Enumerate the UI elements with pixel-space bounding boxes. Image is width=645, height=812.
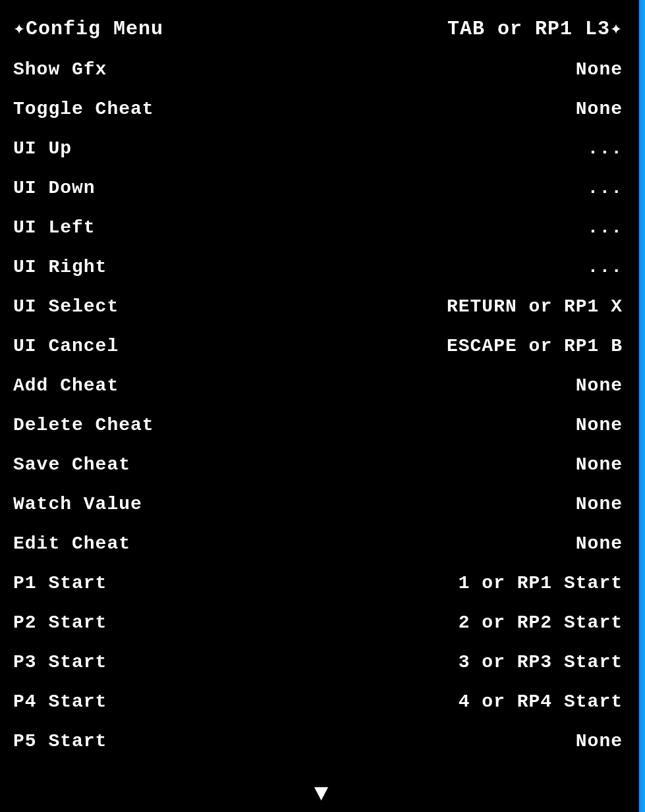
ui-up-label: UI Up [13, 138, 72, 159]
p3-start-label: P3 Start [13, 652, 107, 672]
config-menu-value: TAB or RP1 L3✦ [447, 16, 623, 40]
list-item[interactable]: UI Right ... [0, 247, 642, 286]
ui-down-label: UI Down [13, 178, 96, 198]
p1-start-label: P1 Start [13, 573, 107, 593]
delete-cheat-value: None [576, 415, 623, 435]
add-cheat-label: Add Cheat [13, 375, 119, 396]
ui-right-value: ... [588, 257, 623, 277]
toggle-cheat-value: None [576, 99, 623, 119]
p5-start-value: None [576, 731, 623, 751]
down-arrow-icon: ▼ [314, 780, 329, 807]
list-item[interactable]: UI Down ... [0, 168, 642, 207]
list-item[interactable]: Add Cheat None [0, 365, 642, 405]
p4-start-value: 4 or RP4 Start [459, 691, 623, 712]
list-item[interactable]: Edit Cheat None [0, 524, 642, 563]
screen: ✦Config Menu TAB or RP1 L3✦ Show Gfx Non… [0, 0, 645, 812]
p4-start-label: P4 Start [13, 691, 107, 712]
watch-value-value: None [576, 494, 623, 514]
ui-select-label: UI Select [13, 296, 119, 317]
ui-cancel-label: UI Cancel [13, 336, 119, 356]
list-item[interactable]: Save Cheat None [0, 445, 642, 484]
list-item[interactable]: Delete Cheat None [0, 405, 642, 445]
menu-container: ✦Config Menu TAB or RP1 L3✦ Show Gfx Non… [0, 0, 642, 767]
list-item[interactable]: P3 Start 3 or RP3 Start [0, 642, 642, 682]
ui-up-value: ... [588, 138, 623, 159]
list-item[interactable]: P4 Start 4 or RP4 Start [0, 682, 642, 721]
ui-down-value: ... [588, 178, 623, 198]
list-item[interactable]: UI Left ... [0, 207, 642, 247]
p5-start-label: P5 Start [13, 731, 107, 751]
p2-start-label: P2 Start [13, 612, 107, 633]
edit-cheat-value: None [576, 533, 623, 554]
right-border [639, 0, 642, 812]
watch-value-label: Watch Value [13, 494, 142, 514]
scroll-down-indicator: ▼ [0, 767, 642, 812]
toggle-cheat-label: Toggle Cheat [13, 99, 154, 119]
edit-cheat-label: Edit Cheat [13, 533, 130, 554]
delete-cheat-label: Delete Cheat [13, 415, 154, 435]
config-menu-label: ✦Config Menu [13, 16, 163, 40]
list-item[interactable]: UI Select RETURN or RP1 X [0, 286, 642, 326]
menu-header-row: ✦Config Menu TAB or RP1 L3✦ [0, 7, 642, 49]
save-cheat-value: None [576, 454, 623, 475]
list-item[interactable]: Toggle Cheat None [0, 89, 642, 128]
list-item[interactable]: P1 Start 1 or RP1 Start [0, 563, 642, 603]
p1-start-value: 1 or RP1 Start [459, 573, 623, 593]
add-cheat-value: None [576, 375, 623, 396]
show-gfx-label: Show Gfx [13, 59, 107, 80]
ui-left-label: UI Left [13, 217, 96, 238]
list-item[interactable]: Watch Value None [0, 484, 642, 524]
save-cheat-label: Save Cheat [13, 454, 130, 475]
list-item[interactable]: Show Gfx None [0, 49, 642, 89]
list-item[interactable]: UI Cancel ESCAPE or RP1 B [0, 326, 642, 365]
p3-start-value: 3 or RP3 Start [459, 652, 623, 672]
ui-select-value: RETURN or RP1 X [447, 296, 623, 317]
p2-start-value: 2 or RP2 Start [459, 612, 623, 633]
ui-cancel-value: ESCAPE or RP1 B [447, 336, 623, 356]
ui-right-label: UI Right [13, 257, 107, 277]
list-item[interactable]: P5 Start None [0, 721, 642, 761]
list-item[interactable]: P2 Start 2 or RP2 Start [0, 603, 642, 642]
show-gfx-value: None [576, 59, 623, 80]
list-item[interactable]: UI Up ... [0, 128, 642, 168]
ui-left-value: ... [588, 217, 623, 238]
